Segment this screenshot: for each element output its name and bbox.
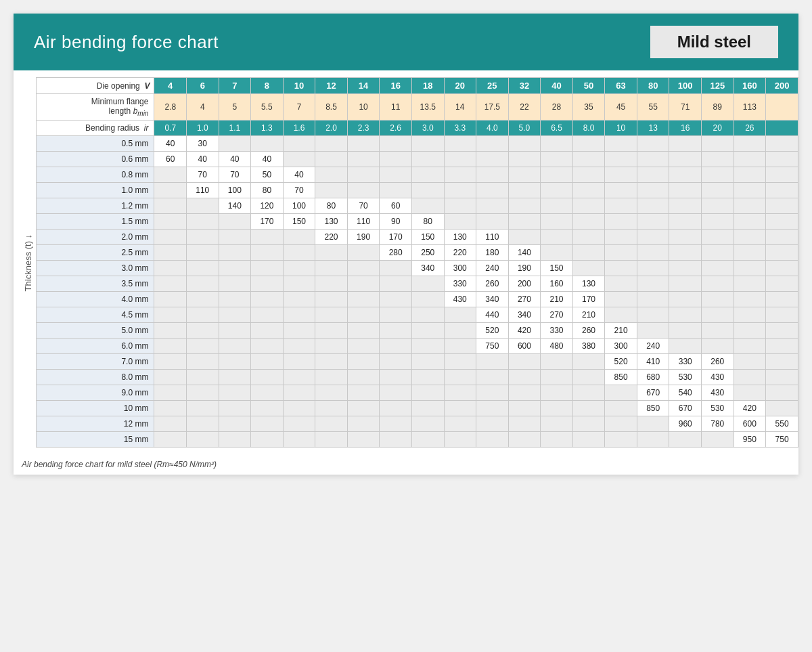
value-cell: [187, 416, 219, 432]
page-container: Air bending force chart Mild steel Thick…: [14, 14, 798, 475]
value-cell: [541, 167, 573, 183]
value-cell: [315, 432, 348, 448]
value-cell: 420: [734, 401, 766, 416]
value-cell: [411, 198, 444, 214]
value-cell: [637, 183, 669, 198]
value-cell: [154, 261, 187, 276]
thickness-cell: 0.8 mm: [37, 167, 154, 183]
value-cell: [347, 292, 380, 307]
value-cell: [154, 276, 187, 292]
value-cell: [219, 307, 251, 323]
value-cell: [605, 416, 637, 432]
value-cell: 70: [187, 167, 219, 183]
value-cell: [734, 339, 766, 354]
value-cell: [347, 245, 380, 261]
value-cell: [476, 385, 509, 401]
value-cell: [605, 230, 637, 245]
value-cell: [572, 401, 605, 416]
value-cell: [380, 183, 412, 198]
value-cell: [637, 432, 669, 448]
value-cell: [541, 370, 573, 385]
thickness-cell: 4.5 mm: [37, 307, 154, 323]
value-cell: [219, 245, 251, 261]
value-cell: [283, 432, 315, 448]
value-cell: 780: [702, 416, 734, 432]
value-cell: [347, 432, 380, 448]
value-cell: [476, 167, 509, 183]
table-row: 4.0 mm430340270210170: [37, 292, 798, 307]
value-cell: [734, 136, 766, 152]
table-row: 7.0 mm520410330260: [37, 354, 798, 370]
value-cell: [605, 292, 637, 307]
value-cell: [766, 401, 798, 416]
value-cell: [508, 432, 541, 448]
value-cell: 240: [476, 261, 509, 276]
value-cell: 140: [219, 198, 251, 214]
value-cell: [702, 323, 734, 339]
value-cell: [154, 339, 187, 354]
value-cell: [219, 401, 251, 416]
value-cell: [444, 339, 476, 354]
value-cell: [766, 183, 798, 198]
thickness-cell: 12 mm: [37, 416, 154, 432]
value-cell: [283, 401, 315, 416]
value-cell: 530: [702, 401, 734, 416]
value-cell: [187, 261, 219, 276]
value-cell: 520: [605, 354, 637, 370]
table-row: 0.6 mm60404040: [37, 152, 798, 167]
value-cell: [734, 276, 766, 292]
value-cell: [605, 167, 637, 183]
value-cell: 330: [669, 354, 702, 370]
value-cell: [541, 198, 573, 214]
value-cell: [315, 261, 348, 276]
value-cell: 260: [702, 354, 734, 370]
value-cell: [444, 323, 476, 339]
value-cell: [766, 323, 798, 339]
value-cell: 40: [187, 152, 219, 167]
value-cell: [702, 307, 734, 323]
value-cell: 100: [219, 183, 251, 198]
thickness-cell: 5.0 mm: [37, 323, 154, 339]
value-cell: [734, 261, 766, 276]
table-row: 3.0 mm340300240190150: [37, 261, 798, 276]
value-cell: [283, 136, 315, 152]
value-cell: [669, 136, 702, 152]
value-cell: 110: [187, 183, 219, 198]
value-cell: 250: [411, 245, 444, 261]
value-cell: [541, 183, 573, 198]
value-cell: [702, 276, 734, 292]
value-cell: 170: [380, 230, 412, 245]
value-cell: [347, 183, 380, 198]
value-cell: 90: [380, 214, 412, 230]
value-cell: [315, 401, 348, 416]
value-cell: 670: [669, 401, 702, 416]
value-cell: [669, 432, 702, 448]
value-cell: [766, 339, 798, 354]
value-cell: [154, 198, 187, 214]
value-cell: [541, 432, 573, 448]
value-cell: [637, 261, 669, 276]
value-cell: [315, 292, 348, 307]
chart-title: Air bending force chart: [34, 32, 219, 53]
value-cell: [251, 261, 284, 276]
value-cell: [541, 245, 573, 261]
value-cell: [219, 385, 251, 401]
thickness-cell: 9.0 mm: [37, 385, 154, 401]
thickness-cell: 2.0 mm: [37, 230, 154, 245]
value-cell: [669, 292, 702, 307]
value-cell: [411, 152, 444, 167]
value-cell: [444, 385, 476, 401]
value-cell: [283, 323, 315, 339]
value-cell: [541, 354, 573, 370]
value-cell: [251, 230, 284, 245]
value-cell: [251, 385, 284, 401]
value-cell: [154, 370, 187, 385]
value-cell: [315, 370, 348, 385]
value-cell: [476, 198, 509, 214]
value-cell: [669, 276, 702, 292]
value-cell: [154, 245, 187, 261]
value-cell: [702, 136, 734, 152]
value-cell: [637, 416, 669, 432]
value-cell: [315, 339, 348, 354]
table-row: 10 mm850670530420: [37, 401, 798, 416]
